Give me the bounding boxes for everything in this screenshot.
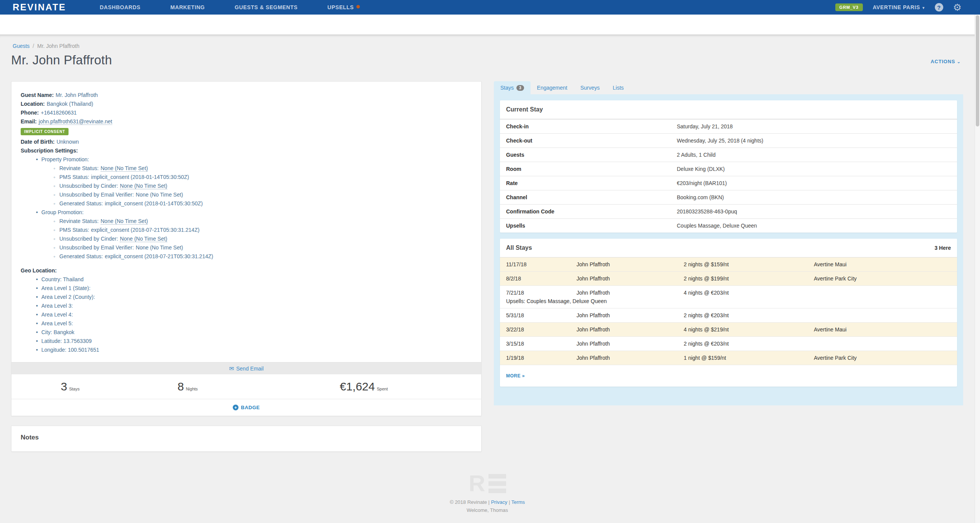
- table-row: Guests2 Adults, 1 Child: [500, 148, 957, 162]
- page-footer: R © 2018 Revinate | Privacy | Terms Welc…: [0, 473, 975, 513]
- list-item: Latitude: 13.7563309: [36, 337, 472, 346]
- stay-upsells-note: Upsells: Couples Massage, Deluxe Queen: [500, 298, 957, 308]
- phone-field: Phone:+16418260631: [21, 108, 472, 117]
- list-item: Generated Status:explicit_consent (2018-…: [54, 252, 472, 261]
- table-row: Check-inSaturday, July 21, 2018: [500, 119, 957, 133]
- nav-item-dashboards[interactable]: DASHBOARDS: [100, 4, 140, 10]
- scrollbar-thumb[interactable]: [976, 15, 979, 126]
- email-field: Email:john.pfaffroth631@revinate.net: [21, 117, 472, 126]
- subscription-groups-list: Property Promotion: Revinate Status:None…: [21, 155, 472, 261]
- list-item: Country: Thailand: [36, 275, 472, 284]
- nav-right-section: GRM_V3 AVERTINE PARIS▾ ? ⚙: [835, 3, 962, 12]
- scrollbar-track[interactable]: [975, 15, 980, 523]
- table-row: Confirmation Code201803235288-463-0puq: [500, 204, 957, 218]
- footer-legal: © 2018 Revinate | Privacy | Terms: [0, 499, 975, 505]
- nav-item-marketing[interactable]: MARKETING: [170, 4, 205, 10]
- nav-item-guests-segments[interactable]: GUESTS & SEGMENTS: [235, 4, 297, 10]
- stays-count-badge: 3: [516, 85, 524, 91]
- list-item: PMS Status:explicit_consent (2018-07-21T…: [54, 226, 472, 234]
- guest-profile-card: Guest Name:Mr. John Pfaffroth Location:B…: [11, 81, 482, 416]
- subscription-group: Property Promotion: Revinate Status:None…: [36, 155, 472, 208]
- stays-here-count: 3 Here: [934, 245, 951, 251]
- subscription-group-items: Revinate Status:None (No Time Set) PMS S…: [41, 217, 472, 261]
- breadcrumb-guests-link[interactable]: Guests: [13, 43, 29, 49]
- breadcrumb: Guests/Mr. John Pfaffroth: [13, 43, 80, 49]
- consent-status-badge: IMPLICIT CONSENT: [21, 128, 69, 135]
- table-row: Check-outWednesday, July 25, 2018 (4 nig…: [500, 133, 957, 148]
- list-item: Generated Status:implicit_consent (2018-…: [54, 199, 472, 208]
- list-item: Unsubscribed by Cinder:None (No Time Set…: [54, 234, 472, 243]
- actions-button[interactable]: ACTIONS⌄: [931, 59, 961, 64]
- subscription-group: Group Promotion: Revinate Status:None (N…: [36, 208, 472, 261]
- table-row: 11/17/18John Pfaffroth2 nights @ $159/nt…: [500, 257, 957, 271]
- current-stay-title: Current Stay: [506, 106, 543, 113]
- list-item: Unsubscribed by Email Verifier:None (No …: [54, 190, 472, 199]
- property-selector[interactable]: AVERTINE PARIS▾: [873, 4, 925, 10]
- plus-circle-icon: +: [233, 405, 238, 410]
- notes-card: Notes: [11, 426, 482, 452]
- badge-row: +BADGE: [11, 399, 481, 416]
- guest-tabs: Stays3 Engagement Surveys Lists: [494, 81, 963, 94]
- send-email-button[interactable]: ✉Send Email: [229, 365, 263, 372]
- right-column: Stays3 Engagement Surveys Lists Current …: [494, 81, 963, 405]
- table-row: 1/19/18John Pfaffroth1 night @ $159/ntAv…: [500, 351, 957, 365]
- all-stays-title: All Stays: [506, 244, 532, 251]
- guest-info: Guest Name:Mr. John Pfaffroth Location:B…: [11, 82, 481, 362]
- terms-link[interactable]: Terms: [511, 499, 525, 505]
- guest-stats-row: 3Stays 8Nights €1,624Spent: [11, 374, 481, 399]
- guest-name-field: Guest Name:Mr. John Pfaffroth: [21, 91, 472, 100]
- upsells-notification-dot: [356, 5, 360, 8]
- send-email-bar: ✉Send Email: [11, 362, 481, 374]
- list-item: Unsubscribed by Email Verifier:None (No …: [54, 243, 472, 252]
- table-row: 8/2/18John Pfaffroth2 nights @ $199/ntAv…: [500, 271, 957, 285]
- list-item: Area Level 1 (State):: [36, 284, 472, 293]
- revinate-footer-logo-icon: R: [469, 473, 506, 494]
- tab-surveys[interactable]: Surveys: [574, 81, 606, 94]
- privacy-link[interactable]: Privacy: [491, 499, 508, 505]
- list-item: Area Level 2 (County):: [36, 293, 472, 302]
- page-title: Mr. John Pfaffroth: [11, 53, 112, 67]
- table-row: RoomDeluxe King (DLXK): [500, 162, 957, 176]
- left-column: Guest Name:Mr. John Pfaffroth Location:B…: [11, 81, 482, 452]
- top-navbar: REVINATE DASHBOARDS MARKETING GUESTS & S…: [0, 0, 980, 15]
- list-item: Area Level 4:: [36, 310, 472, 319]
- list-item: Longitude: 100.5017651: [36, 346, 472, 354]
- gear-icon[interactable]: ⚙: [953, 3, 962, 12]
- chevron-down-icon: ▾: [922, 5, 924, 10]
- all-stays-header: All Stays 3 Here: [500, 239, 957, 257]
- current-stay-card: Current Stay Check-inSaturday, July 21, …: [500, 100, 957, 233]
- tab-stays[interactable]: Stays3: [494, 81, 531, 94]
- help-icon[interactable]: ?: [935, 3, 943, 11]
- envelope-icon: ✉: [229, 365, 234, 372]
- add-badge-button[interactable]: +BADGE: [233, 405, 260, 410]
- location-field: Location:Bangkok (Thailand): [21, 100, 472, 108]
- table-row: 3/22/18John Pfaffroth4 nights @ $219/ntA…: [500, 322, 957, 336]
- all-stays-card: All Stays 3 Here 11/17/18John Pfaffroth2…: [500, 239, 957, 387]
- table-row: 3/15/18John Pfaffroth2 nights @ €203/nt: [500, 336, 957, 351]
- list-item: Revinate Status:None (No Time Set): [54, 164, 472, 173]
- email-link[interactable]: john.pfaffroth631@revinate.net: [39, 118, 112, 125]
- stays-tab-panel: Current Stay Check-inSaturday, July 21, …: [494, 94, 963, 405]
- nav-item-upsells[interactable]: UPSELLS: [327, 4, 360, 10]
- tab-engagement[interactable]: Engagement: [531, 81, 574, 94]
- list-item: Area Level 5:: [36, 319, 472, 328]
- notes-heading: Notes: [21, 434, 472, 441]
- chevron-down-icon: ⌄: [957, 59, 961, 64]
- list-item: PMS Status:implicit_consent (2018-01-14T…: [54, 173, 472, 182]
- stat-stays: 3Stays: [11, 380, 129, 393]
- footer-welcome-text: Welcome, Thomas: [0, 507, 975, 513]
- tab-lists[interactable]: Lists: [606, 81, 630, 94]
- list-item: Area Level 3:: [36, 302, 472, 310]
- list-item: Revinate Status:None (No Time Set): [54, 217, 472, 226]
- breadcrumb-current: Mr. John Pfaffroth: [37, 43, 79, 49]
- table-row: ChannelBooking.com (BKN): [500, 190, 957, 204]
- revinate-logo[interactable]: REVINATE: [13, 2, 66, 13]
- breadcrumb-separator: /: [33, 43, 34, 49]
- geo-location-heading: Geo Location:: [21, 266, 472, 275]
- table-row: UpsellsCouples Massage, Deluxe Queen: [500, 218, 957, 233]
- subscription-settings-heading: Subscription Settings:: [21, 146, 472, 155]
- more-stays-button[interactable]: MORE »: [506, 373, 525, 379]
- table-row: 5/31/18John Pfaffroth2 nights @ €203/nt: [500, 308, 957, 322]
- date-of-birth-field: Date of Birth:Unknown: [21, 138, 472, 146]
- table-row: Rate€203/night (BAR101): [500, 176, 957, 190]
